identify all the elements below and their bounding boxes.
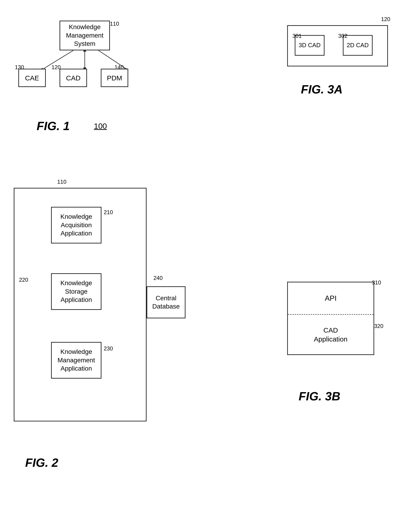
cad-app-section: CADApplication <box>288 315 374 354</box>
fig3b-diagram: API CADApplication 310 320 FIG. 3B <box>287 275 397 408</box>
ref-110: 110 <box>110 21 119 27</box>
fig1-diagram: 110 130 120 140 Knowledge Management Sys… <box>14 14 156 147</box>
fig2-label: FIG. 2 <box>25 456 58 470</box>
ksa-box: KnowledgeStorageApplication <box>51 273 101 310</box>
ref-110-fig2: 110 <box>57 179 66 185</box>
fig2-outer-box: KnowledgeAcquisitionApplication 210 Know… <box>14 188 146 421</box>
fig2-diagram: 110 KnowledgeAcquisitionApplication 210 … <box>7 174 181 476</box>
kms-box: Knowledge Management System <box>59 21 110 50</box>
central-db-box: CentralDatabase <box>146 286 186 318</box>
fig3b-outer-box: API CADApplication <box>287 282 374 355</box>
fig1-label: FIG. 1 <box>37 119 70 133</box>
fig3a-diagram: 120 3D CAD 301 2D CAD 302 FIG. 3A <box>287 14 397 101</box>
api-section: API <box>288 282 374 315</box>
kma-box: KnowledgeManagementApplication <box>51 342 101 379</box>
ref-240: 240 <box>153 275 163 281</box>
cad-box-fig1: CAD <box>59 69 87 87</box>
ref-301: 301 <box>292 33 302 39</box>
ref-320: 320 <box>374 323 383 329</box>
fig3a-label: FIG. 3A <box>301 82 343 96</box>
fig3b-label: FIG. 3B <box>299 389 340 403</box>
ref-302: 302 <box>338 33 348 39</box>
ref-230: 230 <box>104 345 113 352</box>
fig3a-outer-box: 3D CAD 301 2D CAD 302 <box>287 25 388 66</box>
ref-210: 210 <box>104 209 113 216</box>
page: 110 130 120 140 Knowledge Management Sys… <box>0 0 420 530</box>
ref-220: 220 <box>19 277 28 283</box>
ref-120-fig3a: 120 <box>381 16 390 22</box>
cae-box: CAE <box>18 69 46 87</box>
fig1-number: 100 <box>94 122 107 131</box>
pdm-box: PDM <box>101 69 128 87</box>
kaa-box: KnowledgeAcquisitionApplication <box>51 207 101 243</box>
ref-310: 310 <box>372 280 381 286</box>
